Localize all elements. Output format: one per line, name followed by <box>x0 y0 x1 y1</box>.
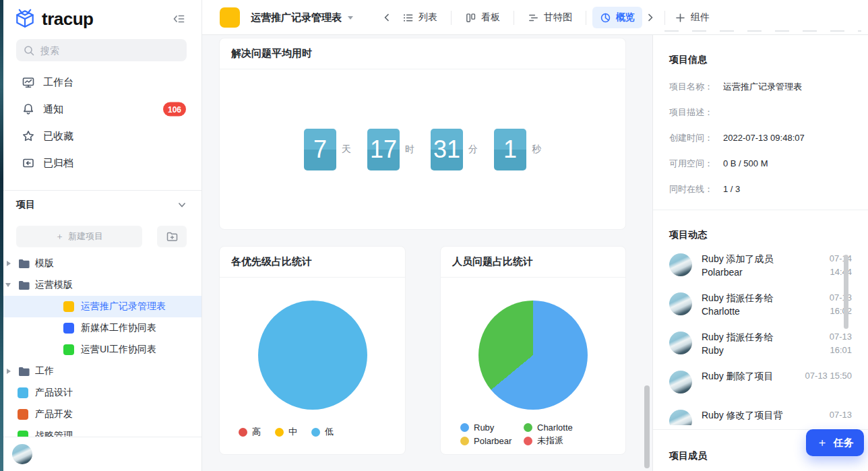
project-color-swatch <box>18 409 28 420</box>
search-box[interactable] <box>16 39 187 61</box>
sidebar-item-notifications[interactable]: 通知 106 <box>0 96 202 123</box>
folder-icon <box>18 280 30 290</box>
tab-kanban[interactable]: 看板 <box>458 7 507 28</box>
plus-icon <box>675 13 685 23</box>
card-title: 各优先级占比统计 <box>231 255 312 268</box>
activity-time: 07-13 <box>830 408 852 422</box>
legend-item: Polarbear <box>460 435 524 447</box>
brand-name: tracup <box>42 9 93 30</box>
info-row-created: 创建时间： 2022-07-13 09:48:07 <box>669 133 852 143</box>
tree-project-product-dev[interactable]: 产品开发 <box>0 404 202 425</box>
tab-label: 列表 <box>418 11 437 24</box>
card-title: 解决问题平均用时 <box>231 47 312 60</box>
info-value: 2022-07-13 09:48:07 <box>723 133 805 143</box>
caret-down-icon[interactable] <box>5 283 11 287</box>
desktop-edge-strip <box>0 0 3 471</box>
topbar: 运营推广记录管理表 列表 <box>202 0 868 35</box>
tree-folder-templates[interactable]: 模版 <box>0 253 202 274</box>
project-color-swatch <box>63 344 74 355</box>
tree-folder-work[interactable]: 工作 <box>0 360 202 382</box>
main-scrollbar-thumb[interactable] <box>644 385 650 468</box>
caret-right-icon[interactable] <box>7 369 11 374</box>
search-input[interactable] <box>40 45 162 56</box>
project-color-square <box>220 7 240 28</box>
legend-dot-ruby <box>460 423 469 432</box>
activity-text: Ruby 修改了项目背 <box>702 408 783 422</box>
view-tabs: 列表 看板 甘特图 <box>379 0 714 35</box>
assignee-ratio-card: 人员问题占比统计 Ruby Charlotte Polarbear <box>440 246 626 455</box>
add-component-button[interactable]: 组件 <box>671 7 714 28</box>
info-label: 可用空间： <box>669 158 723 168</box>
tree-item-label: 运营推广记录管理表 <box>81 301 166 313</box>
activity-item: Ruby 指派任务给 Ruby 07-13 16:01 <box>669 330 852 369</box>
add-component-label: 组件 <box>691 11 710 24</box>
project-title-dropdown[interactable]: 运营推广记录管理表 <box>251 0 353 35</box>
tabs-scroll-left-icon[interactable] <box>379 8 395 27</box>
tracup-cube-icon <box>13 7 36 30</box>
tree-project-ops-promo-table[interactable]: 运营推广记录管理表 <box>0 296 202 317</box>
priority-legend: 高 中 低 <box>239 426 405 438</box>
tab-divider <box>451 11 452 25</box>
activity-text: Ruby 删除了项目 <box>702 369 774 383</box>
info-label: 项目名称： <box>669 82 723 92</box>
new-project-button[interactable]: ＋ 新建项目 <box>16 226 142 247</box>
caret-right-icon[interactable] <box>7 261 11 266</box>
legend-label: 未指派 <box>537 435 563 447</box>
avatar <box>669 253 692 276</box>
tree-project-ops-ui[interactable]: 运营UI工作协同表 <box>0 339 202 360</box>
star-icon <box>22 129 35 143</box>
tree-project-new-media[interactable]: 新媒体工作协同表 <box>0 317 202 339</box>
sidebar: tracup <box>0 0 202 471</box>
tabs-scroll-right-icon[interactable] <box>642 8 658 27</box>
clock-days-tile: 7 <box>304 129 336 170</box>
project-color-swatch <box>63 301 74 312</box>
archive-icon <box>22 156 35 170</box>
avatar <box>669 410 692 425</box>
section-title: 项目信息 <box>669 54 852 66</box>
section-title: 项目动态 <box>669 229 852 241</box>
clock-unit-minute: 分 <box>468 144 478 156</box>
activity-scrollbar-thumb[interactable] <box>844 255 848 329</box>
user-avatar[interactable] <box>12 444 32 464</box>
tab-overview[interactable]: 概览 <box>592 7 642 28</box>
project-info-section: 项目信息 项目名称： 运营推广记录管理表 项目描述： 创建时间： 2022-07… <box>653 35 868 210</box>
avatar <box>669 292 692 315</box>
legend-label: Charlotte <box>537 422 573 433</box>
activity-time: 07-13 15:50 <box>805 369 852 383</box>
sidebar-header: tracup <box>0 0 202 36</box>
info-value: 0 B / 500 M <box>723 158 768 168</box>
new-project-label: 新建项目 <box>68 230 103 243</box>
clock-hours-tile: 17 <box>367 129 400 170</box>
app-window: tracup <box>0 0 868 471</box>
info-row-online: 同时在线： 1 / 3 <box>669 184 852 194</box>
sidebar-collapse-icon[interactable] <box>170 11 187 27</box>
legend-dot-high <box>239 428 247 437</box>
clock-unit-hour: 时 <box>405 144 414 156</box>
main-content: 解决问题平均用时 7 天 17 时 31 分 1 秒 各优先级占比统计 <box>202 35 652 471</box>
tree-item-label: 新媒体工作协同表 <box>81 322 156 334</box>
sidebar-item-label: 已归档 <box>43 157 73 170</box>
tab-divider <box>514 11 514 25</box>
tab-divider <box>586 11 586 25</box>
tracup-logo[interactable]: tracup <box>13 7 93 30</box>
sidebar-footer <box>0 437 202 471</box>
legend-item: 低 <box>311 426 334 438</box>
tab-list[interactable]: 列表 <box>395 7 445 28</box>
sidebar-item-archived[interactable]: 已归档 <box>0 150 202 177</box>
tab-gantt[interactable]: 甘特图 <box>520 7 580 28</box>
tree-item-label: 模版 <box>35 257 54 270</box>
tree-folder-ops-templates[interactable]: 运营模版 <box>0 274 202 296</box>
sidebar-item-workbench[interactable]: 工作台 <box>0 69 202 96</box>
pie-chart-icon <box>600 12 611 24</box>
tree-item-label: 产品设计 <box>35 387 73 399</box>
projects-section-header[interactable]: 项目 <box>16 197 187 213</box>
add-task-label: 任务 <box>834 437 854 449</box>
add-folder-button[interactable] <box>157 226 187 247</box>
sidebar-item-favorites[interactable]: 已收藏 <box>0 123 202 150</box>
activity-text: Ruby 添加了成员 Polarbear <box>702 252 777 279</box>
search-icon <box>23 44 35 57</box>
clock-minutes-tile: 31 <box>431 129 463 170</box>
tree-project-product-design[interactable]: 产品设计 <box>0 382 202 404</box>
add-task-button[interactable]: ＋ 任务 <box>806 429 864 456</box>
info-label: 创建时间： <box>669 133 723 143</box>
